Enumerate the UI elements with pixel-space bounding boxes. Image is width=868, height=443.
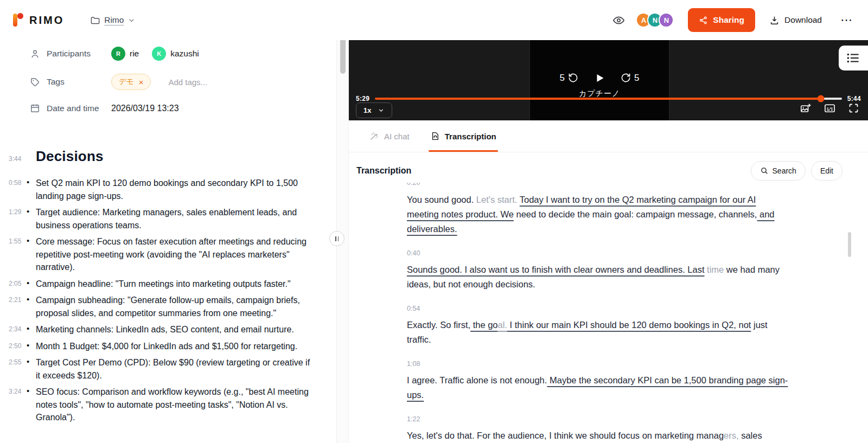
participant-chip[interactable]: Rrie <box>111 47 139 61</box>
decision-timestamp[interactable]: 3:24 <box>9 386 27 424</box>
play-button[interactable] <box>593 72 605 84</box>
download-button[interactable]: Download <box>769 15 822 25</box>
decision-text[interactable]: Core message: Focus on faster execution … <box>36 235 328 274</box>
participant-name: kazushi <box>170 49 199 59</box>
decision-text[interactable]: Set Q2 main KPI to 120 demo bookings and… <box>36 177 328 202</box>
transcript-scrollbar[interactable] <box>848 232 851 257</box>
forward-5-button[interactable]: 5 <box>621 73 639 84</box>
transcript-text[interactable]: Exactly. So first, the goal. I think our… <box>407 318 789 347</box>
date-label: Date and time <box>30 103 111 113</box>
decision-item[interactable]: 1:29 • Target audience: Marketing manage… <box>9 206 328 232</box>
seek-bar[interactable] <box>375 98 842 100</box>
transcript-text[interactable]: I agree. Traffic alone is not enough. Ma… <box>407 373 789 402</box>
transcript-timestamp[interactable]: 1:22 <box>407 415 420 423</box>
decision-text[interactable]: Month 1 Budget: $4,000 for LinkedIn ads … <box>36 340 328 353</box>
decision-timestamp[interactable]: 2:05 <box>9 278 27 291</box>
playback-speed-button[interactable]: 1x <box>356 102 392 118</box>
decision-item[interactable]: 2:21 • Campaign subheading: "Generate fo… <box>9 294 328 319</box>
tag-chip[interactable]: デモ × <box>111 74 151 90</box>
audio-file-icon <box>430 131 440 141</box>
add-tags-input[interactable]: Add tags... <box>168 78 207 87</box>
capture-frame-icon[interactable] <box>800 102 812 114</box>
more-menu-button[interactable]: ⋯ <box>837 13 856 27</box>
transcript-segment[interactable]: Exactly. So first, <box>407 320 470 330</box>
search-button[interactable]: Search <box>751 161 806 181</box>
transcript-list[interactable]: 0:20 You sound good. Let's start. Today … <box>349 181 868 441</box>
participants-label: Participants <box>30 49 111 59</box>
decision-text[interactable]: Campaign subheading: "Generate follow-up… <box>36 294 328 319</box>
video-frame: 5 5 カプチーノ <box>529 40 669 120</box>
subtitles-icon[interactable] <box>824 102 836 114</box>
rimo-logo-icon <box>12 12 24 28</box>
fullscreen-icon[interactable] <box>848 102 859 114</box>
decision-text[interactable]: Campaign headline: "Turn meetings into m… <box>36 278 328 291</box>
transcript-segment[interactable]: You sound good. <box>407 195 476 204</box>
decision-text[interactable]: Marketing channels: LinkedIn ads, SEO co… <box>36 323 328 336</box>
decision-item[interactable]: 2:05 • Campaign headline: "Turn meetings… <box>9 278 328 291</box>
transcript-segment[interactable]: Yes, let's do that. For the audience, <box>407 431 547 440</box>
transcript-segment[interactable]: sales <box>739 431 762 440</box>
sharing-button[interactable]: Sharing <box>688 8 755 32</box>
date-value[interactable]: 2026/03/19 13:23 <box>111 104 336 113</box>
transcript-text[interactable]: You sound good. Let's start. Today I wan… <box>407 192 789 236</box>
video-player[interactable]: 5 5 カプチーノ <box>349 40 868 120</box>
transcript-segment[interactable]: ers, <box>724 431 739 440</box>
transcript-segment[interactable]: I think our main KPI should be 120 demo … <box>507 320 751 330</box>
transcript-segment[interactable]: I agree. Traffic alone is not enough. <box>407 375 547 385</box>
decision-item[interactable]: 1:55 • Core message: Focus on faster exe… <box>9 235 328 274</box>
decision-timestamp[interactable]: 2:21 <box>9 294 27 319</box>
viewer-avatars[interactable]: ANN <box>636 12 674 28</box>
chapter-list-button[interactable] <box>839 46 868 70</box>
divider-drag-handle[interactable] <box>329 231 344 246</box>
participant-chip[interactable]: Kkazushi <box>152 47 199 61</box>
workspace-selector[interactable]: Rimo <box>90 15 136 25</box>
tag-remove-icon[interactable]: × <box>139 78 144 86</box>
transcript-timestamp[interactable]: 0:40 <box>407 249 420 257</box>
decision-item[interactable]: 2:34 • Marketing channels: LinkedIn ads,… <box>9 323 328 336</box>
decision-text[interactable]: Target audience: Marketing managers, sal… <box>36 206 328 232</box>
transcript-segment[interactable]: the go <box>470 320 497 330</box>
decision-timestamp[interactable]: 2:55 <box>9 356 27 382</box>
transcript-timestamp[interactable]: 1:08 <box>407 360 420 368</box>
seek-thumb[interactable] <box>818 95 825 102</box>
magic-wand-icon <box>369 131 379 141</box>
edit-button[interactable]: Edit <box>811 161 843 181</box>
decisions-heading-timestamp[interactable]: 3:44 <box>9 155 36 163</box>
decision-timestamp[interactable]: 0:58 <box>9 177 27 202</box>
decision-timestamp[interactable]: 2:34 <box>9 323 27 336</box>
decision-item[interactable]: 3:24 • SEO focus: Comparison and workflo… <box>9 386 328 424</box>
transcript-timestamp[interactable]: 0:54 <box>407 305 420 312</box>
workspace-name[interactable]: Rimo <box>104 15 124 25</box>
transcript-segment[interactable]: al. <box>498 320 507 330</box>
transcription-header: Transcription Search Edit <box>356 161 843 181</box>
bullet-glyph: • <box>27 294 36 319</box>
share-icon <box>699 16 708 25</box>
tab-transcription[interactable]: Transcription <box>430 120 496 152</box>
panel-divider[interactable] <box>336 40 348 443</box>
decision-item[interactable]: 0:58 • Set Q2 main KPI to 120 demo booki… <box>9 177 328 202</box>
avatar[interactable]: N <box>659 12 674 28</box>
decision-timestamp[interactable]: 2:50 <box>9 340 27 353</box>
decision-text[interactable]: SEO focus: Comparison and workflow keywo… <box>36 386 328 424</box>
transcript-text[interactable]: Sounds good. I also want us to finish wi… <box>407 262 789 292</box>
rewind-5-button[interactable]: 5 <box>560 73 578 84</box>
decision-text[interactable]: Target Cost Per Demo (CPD): Below $90 (r… <box>36 356 328 382</box>
transcript-segment[interactable]: Sounds good. I also want us to finish wi… <box>407 265 705 274</box>
decision-item[interactable]: 2:50 • Month 1 Budget: $4,000 for Linked… <box>9 340 328 353</box>
transcript-timestamp[interactable]: 0:20 <box>407 183 789 187</box>
decision-item[interactable]: 2:55 • Target Cost Per Demo (CPD): Below… <box>9 356 328 382</box>
transcription-title: Transcription <box>356 166 411 176</box>
participants-list[interactable]: RrieKkazushi <box>111 47 336 61</box>
viewers-eye-icon[interactable] <box>611 13 626 28</box>
transcript-text[interactable]: Yes, let's do that. For the audience, I … <box>407 428 789 441</box>
transcript-segment[interactable]: Let's start. <box>476 195 518 204</box>
transcript-segment[interactable]: I think we should focus on marketing man… <box>547 431 724 440</box>
transcript-segment[interactable]: time <box>705 265 724 274</box>
media-tabs: AI chat Transcription <box>349 120 868 152</box>
transcript-segment[interactable]: need to decide the main goal: campaign m… <box>514 209 757 219</box>
decisions-heading[interactable]: Decisions <box>36 148 104 165</box>
decision-timestamp[interactable]: 1:55 <box>9 235 27 274</box>
rimo-logo[interactable]: RIMO <box>12 12 64 28</box>
decision-timestamp[interactable]: 1:29 <box>9 206 27 232</box>
tab-ai-chat[interactable]: AI chat <box>369 120 410 152</box>
